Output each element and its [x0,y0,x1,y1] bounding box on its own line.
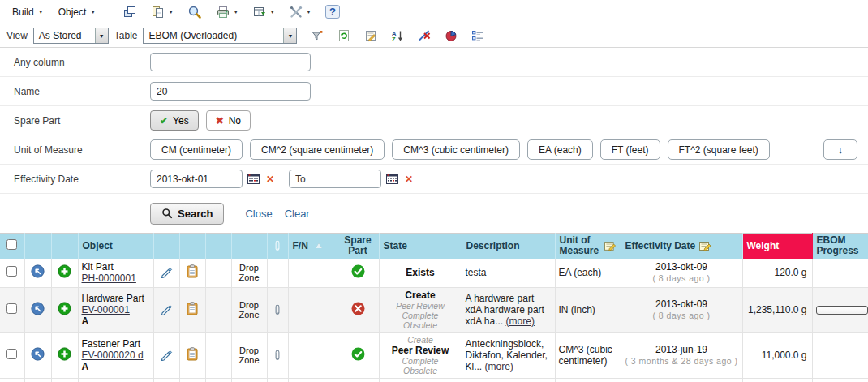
column-header-weight[interactable]: Weight [742,234,812,259]
select-all-checkbox[interactable] [6,239,17,250]
name-input[interactable] [150,82,311,101]
description-cell: A hardware part xdA hardware part xdA ha… [462,288,555,333]
menu-build-label: Build [12,6,34,18]
drop-zone[interactable]: Drop Zone [235,300,264,320]
uom-option-cm3[interactable]: CM^3 (cubic centimeter) [392,139,520,160]
filter-icon[interactable] [307,28,327,44]
uom-option-ea[interactable]: EA (each) [527,139,593,160]
object-link[interactable]: EV-000001 [82,304,130,315]
chevron-down-icon[interactable]: ▼ [95,28,108,43]
table-select[interactable]: EBOM (Overloaded) ▼ [143,28,297,44]
uom-cell: IN (inch) [555,288,621,333]
column-header-unit-of-measure[interactable]: Unit of Measure [555,234,621,259]
filter-row-spare-part: Spare Part ✔ Yes ✖ No [0,106,868,135]
menu-build[interactable]: Build ▼ [6,4,49,20]
column-header-state[interactable]: State [379,234,462,259]
navigate-icon[interactable] [31,347,45,361]
column-header-ebom-progress[interactable]: EBOM Progress [812,234,868,259]
print-icon[interactable]: ▼ [213,3,242,21]
calendar-icon[interactable] [247,174,260,184]
edit-column-icon[interactable] [604,239,617,252]
uom-option-ft[interactable]: FT (feet) [600,139,660,160]
uom-option-cm[interactable]: CM (centimeter) [150,139,243,160]
clear-date-icon[interactable]: ✕ [403,174,415,185]
row-checkbox[interactable] [6,349,17,359]
uom-more-options-button[interactable]: ↓ [823,139,857,160]
edit-table-icon[interactable] [361,28,380,44]
calendar-icon[interactable] [386,174,398,184]
pie-chart-icon[interactable] [441,28,461,44]
check-icon: ✔ [160,115,168,127]
more-link[interactable]: (more) [485,361,513,372]
drop-zone[interactable]: Drop Zone [235,263,264,282]
clipboard-icon[interactable] [187,302,198,315]
sort-az-icon[interactable] [388,28,407,44]
chevron-down-icon: ▼ [233,9,238,15]
drop-zone[interactable]: Drop Zone [235,346,264,365]
add-icon[interactable] [58,302,71,315]
effectivity-from-input[interactable] [150,170,243,188]
spare-part-no-button[interactable]: ✖ No [206,110,251,131]
export-icon[interactable]: ▼ [249,3,278,21]
column-header-object[interactable]: Object [78,234,153,259]
help-icon[interactable]: ? [322,3,343,20]
tools-icon[interactable]: ▼ [286,3,315,21]
paperclip-icon[interactable] [271,303,285,316]
clear-date-icon[interactable]: ✕ [264,174,276,185]
ebom-progress-bar [816,306,868,315]
search-button[interactable]: Search [150,203,224,225]
effectivity-from-group: ✕ [150,170,276,188]
more-link[interactable]: (more) [506,315,535,327]
clear-link[interactable]: Clear [285,208,310,220]
clear-sort-icon[interactable] [415,28,434,44]
spare-part-yes-label: Yes [173,115,189,127]
chevron-down-icon: ▼ [90,9,96,15]
effectivity-date-label: Effectivity Date [0,174,150,185]
view-select[interactable]: As Stored ▼ [33,28,109,44]
object-revision: A [82,361,150,372]
copy-icon[interactable]: ▼ [148,3,177,21]
edit-icon[interactable] [160,265,173,278]
uom-option-cm2[interactable]: CM^2 (square centimeter) [250,139,385,160]
table-select-value: EBOM (Overloaded) [144,28,283,43]
state-cell: Create Peer Review Complete Obsolete [379,288,462,333]
object-cell: Kit Part PH-0000001 [78,259,153,288]
navigate-icon[interactable] [31,302,45,315]
edit-icon[interactable] [160,348,173,361]
column-header-fn[interactable]: F/N [288,234,337,259]
column-header-attachment[interactable] [267,234,288,259]
object-link[interactable]: EV-0000020 d [82,350,144,361]
column-header-spare-part[interactable]: Spare Part [337,234,379,259]
uom-option-ft2[interactable]: FT^2 (square feet) [668,139,770,160]
weight-cell: 120.0 g [742,259,812,288]
chevron-down-icon[interactable]: ▼ [283,28,296,43]
cascade-windows-icon[interactable] [119,3,140,21]
clipboard-icon[interactable] [187,347,198,361]
column-header-description[interactable]: Description [462,234,555,259]
any-column-input[interactable] [150,53,311,71]
clipboard-icon[interactable] [187,264,198,278]
ebom-progress-cell [812,288,868,333]
edit-column-icon[interactable] [698,239,711,252]
edit-icon[interactable] [160,303,173,315]
effectivity-to-input[interactable] [289,170,381,188]
uom-cell: EA (each) [555,259,621,288]
close-link[interactable]: Close [245,208,272,220]
attachment-cell [267,259,288,288]
column-header-effectivity-date[interactable]: Effectivity Date [621,234,742,259]
row-checkbox[interactable] [6,303,17,314]
refresh-icon[interactable] [334,28,354,44]
view-select-value: As Stored [34,28,95,43]
add-icon[interactable] [58,347,71,361]
paperclip-icon[interactable] [271,349,285,362]
effectivity-cell: 2013-okt-09 ( 8 days ago ) [621,288,742,333]
chevron-down-icon: ▼ [38,9,44,15]
structure-list-icon[interactable] [468,28,488,44]
object-link[interactable]: PH-0000001 [82,273,136,284]
spare-part-yes-button[interactable]: ✔ Yes [150,110,199,131]
row-checkbox[interactable] [6,266,17,277]
search-icon[interactable] [184,3,205,21]
add-icon[interactable] [58,264,71,278]
menu-object[interactable]: Object ▼ [53,4,102,20]
navigate-icon[interactable] [31,264,45,278]
